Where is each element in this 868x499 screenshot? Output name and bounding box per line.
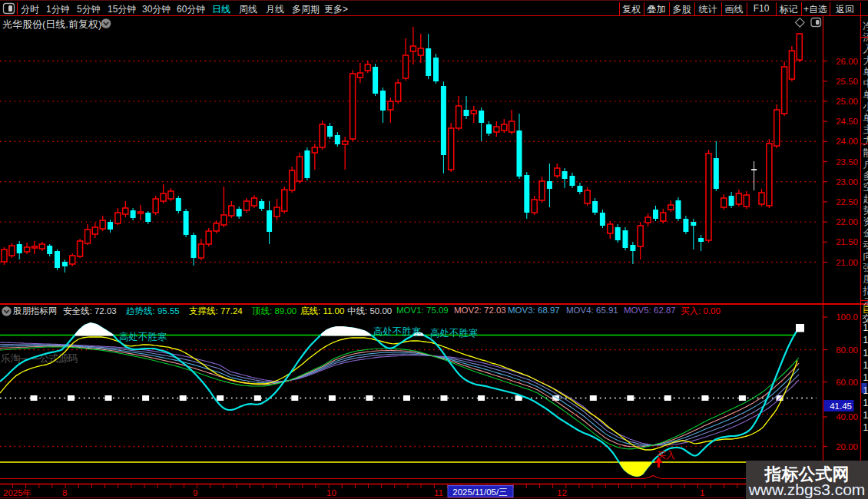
svg-text:12: 12 (557, 488, 567, 497)
svg-text:26.00: 26.00 (836, 57, 858, 66)
svg-text:21.50: 21.50 (836, 237, 858, 246)
svg-text:中: 中 (863, 78, 868, 89)
svg-text:资: 资 (863, 216, 868, 227)
svg-text:1: 1 (863, 335, 868, 345)
svg-text:1: 1 (863, 348, 868, 359)
svg-text:8: 8 (62, 488, 67, 497)
svg-text:动: 动 (863, 239, 868, 250)
svg-text:散: 散 (863, 147, 868, 158)
svg-text:24.00: 24.00 (836, 137, 858, 146)
svg-text:1: 1 (863, 322, 868, 333)
svg-text:指: 指 (863, 285, 868, 296)
svg-text:净: 净 (863, 20, 868, 31)
svg-text:小: 小 (863, 101, 868, 112)
svg-text:强: 强 (863, 262, 868, 273)
svg-text:20.00: 20.00 (836, 442, 858, 451)
svg-text:41.45: 41.45 (830, 402, 852, 411)
svg-text:1: 1 (863, 372, 868, 383)
svg-text:23.00: 23.00 (836, 177, 858, 187)
svg-text:1: 1 (863, 398, 868, 408)
svg-text:1: 1 (863, 422, 868, 433)
svg-text:1: 1 (700, 488, 704, 497)
svg-text:高处不胜寒: 高处不胜寒 (373, 326, 422, 337)
svg-text:21.00: 21.00 (836, 258, 858, 267)
svg-text:2025/11/05/三: 2025/11/05/三 (452, 487, 507, 497)
svg-text:单: 单 (863, 66, 868, 78)
svg-text:力: 力 (863, 135, 868, 147)
svg-text:25.50: 25.50 (836, 77, 858, 86)
svg-text:趋: 趋 (863, 193, 868, 204)
svg-text:1: 1 (863, 385, 868, 396)
svg-text:单: 单 (863, 89, 868, 101)
svg-text:1: 1 (863, 360, 868, 371)
svg-text:9: 9 (193, 488, 197, 497)
svg-text:11: 11 (434, 488, 443, 497)
svg-text:24.50: 24.50 (836, 117, 858, 126)
svg-text:23.50: 23.50 (836, 157, 858, 167)
svg-text:高处不胜寒: 高处不胜寒 (430, 328, 479, 339)
svg-text:大: 大 (863, 55, 868, 66)
svg-text:向: 向 (863, 250, 868, 262)
svg-text:10: 10 (326, 488, 336, 497)
svg-text:80.00: 80.00 (836, 345, 858, 355)
svg-text:入: 入 (863, 43, 868, 55)
svg-text:高处不胜寒: 高处不胜寒 (119, 332, 167, 342)
svg-text:1: 1 (863, 410, 868, 421)
svg-text:22.00: 22.00 (836, 217, 858, 226)
svg-text:主: 主 (863, 124, 868, 135)
svg-text:势: 势 (863, 204, 868, 216)
svg-text:户: 户 (863, 158, 868, 170)
svg-text:22.50: 22.50 (836, 197, 858, 207)
svg-text:40.00: 40.00 (836, 412, 858, 421)
svg-text:2025年: 2025年 (3, 488, 31, 497)
svg-text:25.00: 25.00 (836, 97, 858, 106)
svg-text:多: 多 (863, 170, 868, 181)
svg-text:度: 度 (863, 273, 868, 285)
svg-text:单: 单 (863, 112, 868, 124)
svg-text:60.00: 60.00 (836, 378, 858, 387)
svg-text:空: 空 (863, 181, 868, 193)
svg-text:金: 金 (863, 227, 868, 239)
svg-text:100.0: 100.0 (836, 312, 858, 322)
